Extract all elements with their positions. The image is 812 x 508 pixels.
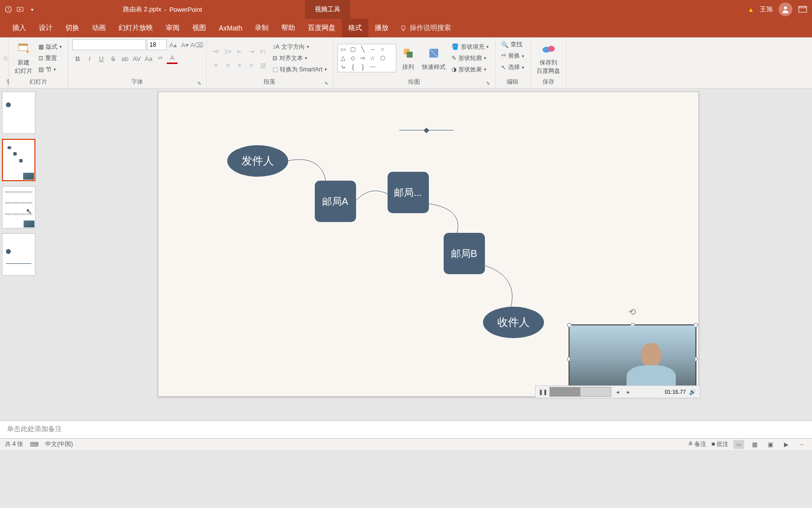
align-center-icon[interactable]: ≡ [222, 60, 233, 70]
shape-rrect-icon[interactable]: ▢ [349, 45, 358, 53]
shadow-icon[interactable]: ab [120, 53, 130, 64]
find-button[interactable]: 🔍查找 [499, 39, 524, 50]
quick-styles-button[interactable]: 快速样式 [420, 44, 448, 72]
tab-view[interactable]: 视图 [186, 19, 212, 37]
reset-button[interactable]: ⊡重置 [36, 53, 64, 64]
shape-more-icon[interactable]: ⋯ [368, 63, 377, 71]
shape-effects-button[interactable]: ◑形状效果▾ [450, 64, 491, 75]
autosave-icon[interactable] [4, 5, 13, 14]
shape-fill-button[interactable]: 🪣形状填充▾ [450, 42, 491, 52]
numbering-icon[interactable]: 1≡ [222, 46, 233, 57]
comments-toggle[interactable]: ■ 批注 [711, 440, 728, 448]
tab-baidu[interactable]: 百度网盘 [301, 19, 342, 37]
smartart-button[interactable]: ⬚转换为 SmartArt▾ [271, 64, 329, 75]
slide-thumbnail-1[interactable] [2, 92, 35, 134]
sorter-view-icon[interactable]: ▦ [749, 440, 760, 449]
tab-design[interactable]: 设计 [32, 19, 59, 37]
tab-slideshow[interactable]: 幻灯片放映 [112, 19, 159, 37]
slide-canvas-area[interactable]: 发件人 邮局A 邮局... 邮局B 收件人 ⟲ [44, 89, 812, 420]
shapes-gallery[interactable]: ▭ ▢ ╲ → ○ △ ◇ ⇨ ☆ ⬡ ⤿ { } ⋯ [337, 44, 396, 72]
clear-format-icon[interactable]: A⌫ [191, 39, 202, 50]
receiver-shape[interactable]: 收件人 [483, 307, 544, 338]
prev-frame-button[interactable]: ◂ [613, 387, 622, 396]
tab-review[interactable]: 审阅 [159, 19, 186, 37]
language-label[interactable]: 中文(中国) [45, 440, 73, 448]
decrease-font-icon[interactable]: A▾ [180, 39, 190, 50]
normal-view-icon[interactable]: ▭ [733, 440, 744, 449]
slide-canvas[interactable]: 发件人 邮局A 邮局... 邮局B 收件人 ⟲ [158, 92, 699, 397]
sender-shape[interactable]: 发件人 [227, 145, 288, 177]
slide-thumbnail-panel[interactable]: ↖ [0, 89, 44, 420]
font-size-combo[interactable] [147, 39, 167, 50]
decrease-indent-icon[interactable]: ⇤ [234, 46, 245, 57]
justify-icon[interactable]: ≡ [246, 60, 257, 70]
section-button[interactable]: ▤节▾ [36, 64, 64, 75]
shape-lbrace-icon[interactable]: { [349, 63, 358, 71]
shape-outline-button[interactable]: ✎形状轮廓▾ [450, 53, 491, 64]
video-progress-bar[interactable] [549, 387, 611, 397]
qat-dropdown-icon[interactable]: ▾ [28, 5, 36, 14]
arrange-button[interactable]: 排列 [398, 44, 418, 72]
shape-diamond-icon[interactable]: ◇ [349, 54, 358, 62]
tab-axmath[interactable]: AxMath [212, 19, 248, 37]
replace-button[interactable]: ᵃᵇ替换▾ [499, 51, 526, 61]
select-button[interactable]: ↖选择▾ [499, 62, 526, 72]
shape-connector-icon[interactable]: ⤿ [339, 63, 348, 71]
spell-check-icon[interactable]: ⌨ [30, 441, 38, 448]
align-left-icon[interactable]: ≡ [211, 60, 221, 70]
font-launcher-icon[interactable]: ⬊ [196, 80, 202, 86]
font-color-icon[interactable]: A [167, 53, 178, 64]
shape-star-icon[interactable]: ☆ [368, 54, 377, 62]
start-from-beginning-icon[interactable] [16, 5, 25, 14]
tell-me-search[interactable]: 操作说明搜索 [400, 24, 451, 32]
tab-animations[interactable]: 动画 [86, 19, 112, 37]
tab-playback[interactable]: 播放 [368, 19, 395, 37]
shape-triangle-icon[interactable]: △ [339, 54, 348, 62]
slide-thumbnail-3[interactable]: ↖ [2, 186, 35, 228]
user-avatar[interactable] [779, 2, 792, 16]
tab-record[interactable]: 录制 [248, 19, 275, 37]
ribbon-display-icon[interactable] [798, 6, 807, 13]
slide-thumbnail-2[interactable] [2, 139, 35, 181]
align-text-button[interactable]: ⊟对齐文本▾ [271, 53, 329, 64]
pause-button[interactable]: ❚❚ [539, 387, 547, 396]
bold-icon[interactable]: B [72, 53, 83, 64]
reading-view-icon[interactable]: ▣ [765, 440, 776, 449]
notes-toggle[interactable]: ≙ 备注 [688, 440, 706, 448]
columns-icon[interactable]: ▥ [258, 60, 269, 70]
increase-font-icon[interactable]: A▴ [168, 39, 179, 50]
volume-icon[interactable]: 🔊 [688, 387, 697, 396]
shape-rbrace-icon[interactable]: } [359, 63, 367, 71]
zoom-out-icon[interactable]: − [796, 440, 807, 449]
strikethrough-icon[interactable]: S̶ [108, 53, 119, 64]
post-b-shape[interactable]: 邮局B [444, 233, 485, 274]
slideshow-view-icon[interactable]: ▶ [781, 440, 791, 449]
next-frame-button[interactable]: ▸ [624, 387, 633, 396]
highlight-icon[interactable]: ᵃᵇ [155, 53, 166, 64]
rotate-handle-icon[interactable]: ⟲ [629, 307, 636, 318]
bullets-icon[interactable]: •≡ [211, 46, 221, 57]
increase-indent-icon[interactable]: ⇥ [246, 46, 257, 57]
save-to-baidu-button[interactable]: 保存到 百度网盘 [535, 40, 562, 76]
video-object[interactable]: ⟲ ❚❚ ◂ ▸ 01:16.77 🔊 [569, 324, 696, 393]
align-right-icon[interactable]: ≡ [234, 60, 245, 70]
change-case-icon[interactable]: Aa [143, 53, 154, 64]
tab-help[interactable]: 帮助 [275, 19, 301, 37]
tab-transitions[interactable]: 切换 [59, 19, 86, 37]
shape-rect-icon[interactable]: ▭ [339, 45, 348, 53]
new-slide-button[interactable]: 新建 幻灯片 [13, 40, 34, 76]
shape-arrow-icon[interactable]: → [368, 45, 377, 53]
paragraph-launcher-icon[interactable]: ⬊ [323, 80, 329, 86]
tab-format[interactable]: 格式 [342, 19, 368, 37]
tab-insert[interactable]: 插入 [6, 19, 32, 37]
shape-line-icon[interactable]: ╲ [359, 45, 367, 53]
font-family-combo[interactable] [72, 39, 146, 50]
notes-pane[interactable]: 单击此处添加备注 [0, 420, 812, 438]
shape-hex-icon[interactable]: ⬡ [378, 54, 387, 62]
format-painter-icon[interactable]: ⎘ [4, 53, 8, 64]
layout-button[interactable]: ▦版式▾ [36, 42, 64, 52]
text-direction-button[interactable]: ↕A文字方向▾ [271, 42, 329, 52]
slide-thumbnail-4[interactable] [2, 233, 35, 276]
char-spacing-icon[interactable]: AV [131, 53, 142, 64]
drawing-launcher-icon[interactable]: ⬊ [485, 80, 491, 86]
